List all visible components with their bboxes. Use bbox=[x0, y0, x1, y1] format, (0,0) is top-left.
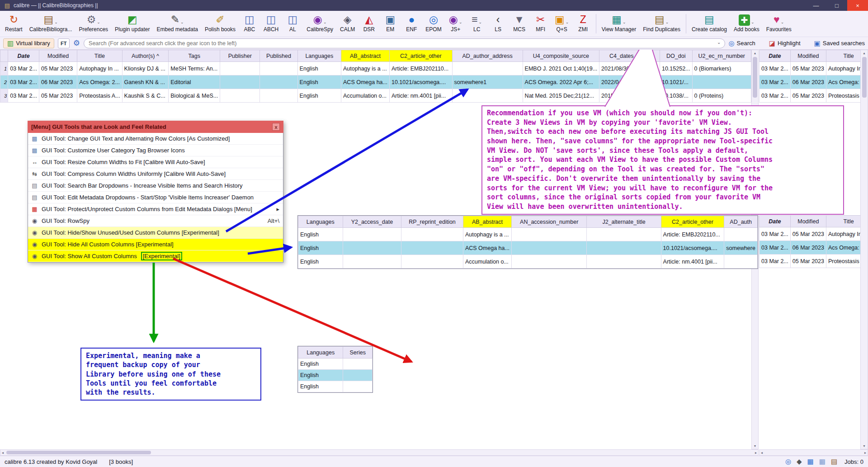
table-cell[interactable] bbox=[401, 241, 463, 255]
table-cell[interactable]: 06 Mar 2023 bbox=[790, 75, 826, 89]
menu-close-button[interactable]: x bbox=[272, 123, 280, 131]
table-cell[interactable]: 3 bbox=[0, 89, 8, 103]
column-header-ab-abstract[interactable]: AB_abstract bbox=[463, 216, 511, 228]
toolbar-button-find-duplicates[interactable]: ▤⌄Find Duplicates bbox=[641, 12, 683, 36]
column-header-date[interactable]: Date bbox=[760, 50, 791, 62]
highlight-button[interactable]: ◪ Highlight bbox=[769, 39, 801, 47]
table-cell[interactable] bbox=[452, 89, 523, 103]
column-header-series[interactable]: Series bbox=[343, 347, 373, 359]
column-header-c4-dates-other[interactable]: C4_dates_other bbox=[599, 50, 660, 62]
table-cell[interactable]: Autophagy In ... bbox=[826, 227, 860, 241]
dropdown-arrow-icon[interactable]: ⌄ bbox=[479, 20, 482, 26]
toolbar-button-enf[interactable]: ●ENF bbox=[402, 12, 421, 36]
column-header-published[interactable]: Published bbox=[260, 50, 297, 62]
table-cell[interactable]: English bbox=[297, 75, 341, 89]
table-cell[interactable]: 05 Mar 2023 bbox=[790, 89, 826, 103]
table-cell[interactable]: 1 bbox=[0, 62, 8, 75]
saved-searches-button[interactable]: ▣ Saved searches bbox=[814, 39, 865, 47]
column-header-u2-ec-rn-number[interactable]: U2_ec_rn_number bbox=[692, 50, 751, 62]
table-cell[interactable]: 2015/12/10 06:0... bbox=[599, 89, 660, 103]
table-cell[interactable]: 10.1038/... bbox=[660, 89, 692, 103]
menu-item[interactable]: ◉GUI Tool: Show All Custom Columns[Exper… bbox=[28, 250, 283, 262]
table-cell[interactable]: English bbox=[298, 370, 343, 381]
table-row[interactable]: English bbox=[298, 359, 373, 370]
table-row[interactable]: EnglishAccumulation o...Article: nm.4001… bbox=[298, 255, 758, 269]
table-cell[interactable] bbox=[343, 255, 401, 269]
toolbar-button-plugin-updater[interactable]: ◩Plugin updater bbox=[113, 12, 152, 36]
table-row[interactable]: 03 Mar 2...06 Mar 2023Acs Omega: 2. bbox=[760, 241, 861, 255]
toolbar-button-ls[interactable]: ‹LS bbox=[489, 12, 508, 36]
toolbar-button-js[interactable]: ◉⌄JS+ bbox=[446, 12, 465, 36]
search-dropdown-icon[interactable]: ⌄ bbox=[717, 40, 721, 45]
scroll-left-icon[interactable]: ◂ bbox=[2, 451, 4, 455]
table-cell[interactable]: Autophagy In ... bbox=[826, 62, 860, 75]
scroll-left-icon[interactable]: ◂ bbox=[761, 451, 763, 455]
table-cell[interactable]: ACS Omega. 2022 Apr 6;... bbox=[523, 75, 599, 89]
toolbar-button-al[interactable]: ◫AL bbox=[283, 12, 302, 36]
table-cell[interactable]: 2021/08/30 06:19 bbox=[599, 62, 660, 75]
toolbar-button-preferences[interactable]: ⚙⌄Preferences bbox=[76, 12, 110, 36]
table-row[interactable]: 203 Mar 2...06 Mar 2023Acs Omega: 2...Ga… bbox=[0, 75, 751, 89]
table-cell[interactable] bbox=[401, 255, 463, 269]
table-cell[interactable] bbox=[724, 255, 758, 269]
table-row[interactable]: EnglishAutophagy is a ...Article: EMBJ20… bbox=[298, 228, 758, 241]
table-cell[interactable]: 06 Mar 2023 bbox=[790, 241, 826, 255]
column-header-c2-article-other[interactable]: C2_article_other bbox=[389, 50, 452, 62]
table-cell[interactable]: 10.1021/acsomega.... bbox=[661, 241, 724, 255]
table-cell[interactable]: English bbox=[298, 381, 343, 392]
menu-item[interactable]: ↔GUI Tool: Resize Column Widths to Fit [… bbox=[28, 156, 283, 168]
table-cell[interactable]: Autophagy is a ... bbox=[341, 62, 390, 75]
table-cell[interactable]: 05 Mar 2023 bbox=[790, 255, 826, 268]
scroll-up-icon[interactable]: ▴ bbox=[863, 51, 865, 55]
table-cell[interactable] bbox=[587, 241, 661, 255]
column-header-ad-author-address[interactable]: AD_author_address bbox=[452, 50, 523, 62]
table-cell[interactable]: ACS Omega ha... bbox=[341, 75, 390, 89]
book-details-icon[interactable]: ▤ bbox=[831, 458, 837, 466]
dropdown-arrow-icon[interactable]: ⌄ bbox=[54, 20, 58, 26]
toolbar-button-view-manager[interactable]: ▦⌄View Manager bbox=[599, 12, 639, 36]
column-header-an-accession-number[interactable]: AN_accession_number bbox=[511, 216, 587, 228]
table-cell[interactable]: English bbox=[298, 255, 343, 269]
table-cell[interactable]: Nat Med. 2015 Dec;21(12... bbox=[523, 89, 599, 103]
menu-item[interactable]: ▩GUI Tool: Customize User Category Tag B… bbox=[28, 145, 283, 156]
column-header-rp-reprint-edition[interactable]: RP_reprint_edition bbox=[401, 216, 463, 228]
table-cell[interactable]: Ganesh KN & ... bbox=[122, 75, 169, 89]
table-cell[interactable]: MeSH Terms: An... bbox=[169, 62, 220, 75]
table-cell[interactable]: 03 Mar 2... bbox=[760, 62, 791, 75]
menu-titlebar[interactable]: [Menu] GUI Tools that are Look and Feel … bbox=[28, 121, 283, 133]
scroll-down-icon[interactable]: ▾ bbox=[754, 444, 756, 448]
table-cell[interactable]: 03 Mar 2... bbox=[760, 241, 791, 255]
table-cell[interactable]: 03 Mar 2... bbox=[760, 75, 791, 89]
scroll-right-icon[interactable]: ▸ bbox=[755, 451, 757, 455]
toolbar-button-abc[interactable]: ◫ABC bbox=[240, 12, 259, 36]
table-cell[interactable] bbox=[401, 228, 463, 241]
table-cell[interactable]: ACS Omega ha... bbox=[463, 241, 511, 255]
fulltext-search-button[interactable]: FT bbox=[58, 38, 70, 48]
table-cell[interactable] bbox=[511, 255, 587, 269]
menu-item[interactable]: ◉GUI Tool: Hide All Custom Columns [Expe… bbox=[28, 239, 283, 250]
close-button[interactable]: × bbox=[847, 0, 868, 11]
column-header-ad-auth[interactable]: AD_auth bbox=[724, 216, 758, 228]
table-cell[interactable] bbox=[343, 359, 373, 370]
table-cell[interactable]: Article: nm.4001 [pii... bbox=[661, 255, 724, 269]
table-cell[interactable]: 0 (Biomarkers) bbox=[692, 62, 751, 75]
table-row[interactable]: 103 Mar 2...05 Mar 2023Autophagy In ...K… bbox=[0, 62, 751, 75]
menu-item[interactable]: ▦GUI Tool: Protect/Unprotect Custom Colu… bbox=[28, 203, 283, 215]
column-header-title[interactable]: Title bbox=[826, 50, 860, 62]
column-header-publisher[interactable]: Publisher bbox=[220, 50, 260, 62]
toolbar-button-add-books[interactable]: ✚⌄Add books bbox=[731, 12, 762, 36]
dropdown-arrow-icon[interactable]: ⌄ bbox=[781, 20, 784, 26]
menu-item[interactable]: ▤GUI Tool: Search Bar Dropdowns - Increa… bbox=[28, 180, 283, 192]
table-cell[interactable] bbox=[220, 89, 260, 103]
dropdown-arrow-icon[interactable]: ⌄ bbox=[97, 20, 100, 26]
scrollbar-thumb[interactable] bbox=[753, 57, 757, 98]
column-header-title[interactable]: Title bbox=[77, 50, 122, 62]
table-cell[interactable]: Biological & MeS... bbox=[169, 89, 220, 103]
table-cell[interactable]: 0 (Proteins) bbox=[692, 89, 751, 103]
table-cell[interactable] bbox=[343, 241, 401, 255]
maximize-button[interactable]: □ bbox=[826, 0, 847, 11]
dropdown-arrow-icon[interactable]: ⌄ bbox=[665, 20, 669, 26]
table-cell[interactable]: Proteostasis A... bbox=[826, 89, 860, 103]
toolbar-button-em[interactable]: ▣EM bbox=[381, 12, 400, 36]
table-cell[interactable]: 10.1021/... bbox=[660, 75, 692, 89]
